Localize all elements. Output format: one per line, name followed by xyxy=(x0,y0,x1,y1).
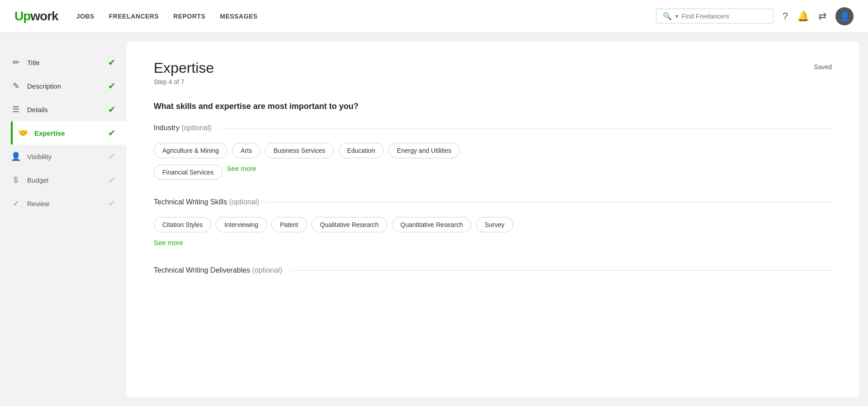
visibility-check-icon: ✔ xyxy=(108,151,116,162)
help-icon: ? xyxy=(783,10,788,22)
industry-optional: (optional) xyxy=(181,124,212,132)
search-icon: 🔍 xyxy=(663,12,672,20)
description-icon: ✎ xyxy=(11,81,21,91)
review-check-icon: ✔ xyxy=(108,198,116,209)
sidebar-label-budget: Budget xyxy=(27,176,49,184)
page-subtitle: Step 4 of 7 xyxy=(154,78,214,85)
industry-label: Industry (optional) xyxy=(154,124,212,132)
technical-writing-deliverables-section: Technical Writing Deliverables (optional… xyxy=(154,266,832,274)
industry-tags-row2: Financial Services See more xyxy=(154,165,832,180)
sidebar-label-title: Title xyxy=(27,59,40,66)
review-icon: ✓ xyxy=(11,198,21,208)
industry-see-more[interactable]: See more xyxy=(227,165,256,178)
sidebar-item-visibility[interactable]: 👤 Visibility ✔ xyxy=(11,145,127,168)
technical-writing-skills-divider: Technical Writing Skills (optional) xyxy=(154,198,832,206)
page-wrap: ✏ Title ✔ ✎ Description ✔ ☰ Details ✔ 🤝 … xyxy=(0,33,868,406)
main-content: Expertise Step 4 of 7 Saved What skills … xyxy=(127,42,859,397)
industry-divider: Industry (optional) xyxy=(154,124,832,132)
help-button[interactable]: ? xyxy=(783,10,788,22)
switch-account-button[interactable]: ⇄ xyxy=(818,10,826,22)
sidebar-item-expertise[interactable]: 🤝 Expertise ✔ xyxy=(11,121,127,145)
tag-interviewing[interactable]: Interviewing xyxy=(216,217,267,232)
page-header: Expertise Step 4 of 7 Saved xyxy=(154,60,832,85)
industry-tags-row: Agriculture & Mining Arts Business Servi… xyxy=(154,143,832,158)
sidebar-label-expertise: Expertise xyxy=(34,129,65,137)
search-dropdown-arrow[interactable]: ▾ xyxy=(675,13,678,19)
description-check-icon: ✔ xyxy=(108,80,116,91)
tag-financial-services[interactable]: Financial Services xyxy=(154,165,222,180)
tag-qualitative-research[interactable]: Qualitative Research xyxy=(311,217,387,232)
technical-writing-deliverables-divider: Technical Writing Deliverables (optional… xyxy=(154,266,832,274)
avatar[interactable]: 👤 xyxy=(835,7,854,25)
sidebar-label-visibility: Visibility xyxy=(27,153,52,161)
industry-section: Industry (optional) Agriculture & Mining… xyxy=(154,124,832,180)
nav-jobs[interactable]: JOBS xyxy=(76,13,94,20)
details-icon: ☰ xyxy=(11,104,21,114)
sidebar-item-review[interactable]: ✓ Review ✔ xyxy=(11,192,127,215)
technical-writing-deliverables-divider-line xyxy=(289,270,832,271)
sidebar-item-budget[interactable]: $ Budget ✔ xyxy=(11,168,127,192)
industry-divider-line xyxy=(219,128,832,128)
nav-reports[interactable]: REPORTS xyxy=(173,13,205,20)
technical-writing-skills-divider-line xyxy=(267,202,832,203)
page-title-area: Expertise Step 4 of 7 xyxy=(154,60,214,85)
nav-links: JOBS FREELANCERS REPORTS MESSAGES xyxy=(76,12,258,20)
visibility-icon: 👤 xyxy=(11,151,21,161)
title-check-icon: ✔ xyxy=(108,57,116,68)
sidebar-label-review: Review xyxy=(27,200,49,208)
sidebar-item-title[interactable]: ✏ Title ✔ xyxy=(11,51,127,74)
tag-patent[interactable]: Patent xyxy=(271,217,307,232)
notifications-button[interactable]: 🔔 xyxy=(797,10,809,22)
tag-arts[interactable]: Arts xyxy=(232,143,260,158)
technical-writing-skills-label: Technical Writing Skills (optional) xyxy=(154,198,259,206)
sidebar-label-description: Description xyxy=(27,82,61,90)
budget-check-icon: ✔ xyxy=(108,175,116,185)
tag-agriculture[interactable]: Agriculture & Mining xyxy=(154,143,227,158)
details-check-icon: ✔ xyxy=(108,104,116,115)
sidebar-label-details: Details xyxy=(27,106,48,113)
tag-quantitative-research[interactable]: Quantitative Research xyxy=(392,217,472,232)
upwork-logo[interactable]: Upwork xyxy=(14,9,58,24)
sidebar-item-details[interactable]: ☰ Details ✔ xyxy=(11,98,127,121)
saved-status: Saved xyxy=(814,63,832,71)
search-bar[interactable]: 🔍 ▾ xyxy=(656,9,774,24)
tag-business-services[interactable]: Business Services xyxy=(265,143,334,158)
search-input[interactable] xyxy=(682,13,767,20)
technical-writing-deliverables-optional: (optional) xyxy=(252,266,283,274)
technical-writing-skills-section: Technical Writing Skills (optional) Cita… xyxy=(154,198,832,248)
topnav-right: 🔍 ▾ ? 🔔 ⇄ 👤 xyxy=(656,7,854,25)
tag-energy-utilities[interactable]: Energy and Utilities xyxy=(388,143,460,158)
technical-writing-deliverables-label: Technical Writing Deliverables (optional… xyxy=(154,266,282,274)
nav-freelancers[interactable]: FREELANCERS xyxy=(109,13,159,20)
logo-up: Up xyxy=(14,9,30,24)
technical-writing-skills-see-more[interactable]: See more xyxy=(154,239,183,246)
sidebar-item-description[interactable]: ✎ Description ✔ xyxy=(11,74,127,98)
avatar-icon: 👤 xyxy=(839,11,850,22)
budget-icon: $ xyxy=(11,175,21,185)
page-title: Expertise xyxy=(154,60,214,76)
technical-writing-skills-tags-row: Citation Styles Interviewing Patent Qual… xyxy=(154,217,832,232)
title-icon: ✏ xyxy=(11,57,21,67)
tag-education[interactable]: Education xyxy=(339,143,384,158)
logo-work: work xyxy=(30,9,58,24)
tag-citation-styles[interactable]: Citation Styles xyxy=(154,217,211,232)
expertise-check-icon: ✔ xyxy=(108,127,116,138)
switch-icon: ⇄ xyxy=(818,10,826,22)
top-navigation: Upwork JOBS FREELANCERS REPORTS MESSAGES… xyxy=(0,0,868,33)
technical-writing-skills-optional: (optional) xyxy=(229,198,259,206)
bell-icon: 🔔 xyxy=(797,10,809,22)
nav-messages[interactable]: MESSAGES xyxy=(220,13,258,20)
section-question: What skills and expertise are most impor… xyxy=(154,102,832,111)
expertise-icon: 🤝 xyxy=(18,128,28,138)
tag-survey[interactable]: Survey xyxy=(476,217,513,232)
sidebar: ✏ Title ✔ ✎ Description ✔ ☰ Details ✔ 🤝 … xyxy=(0,33,127,406)
